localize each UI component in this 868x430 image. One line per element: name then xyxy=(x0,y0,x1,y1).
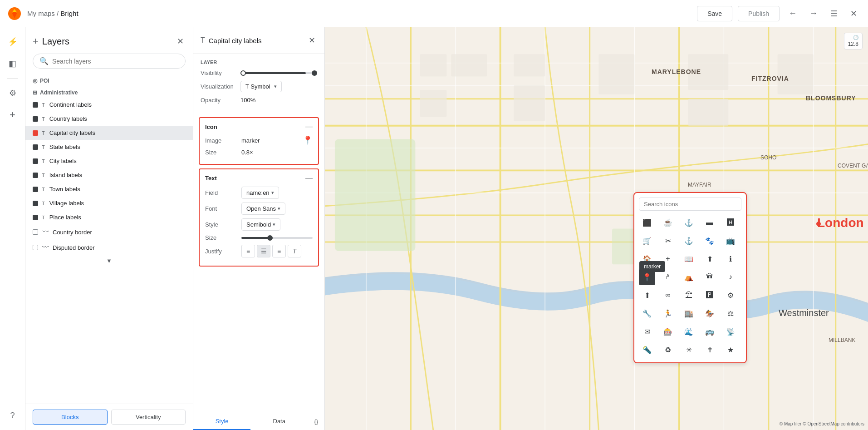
layers-panel-close-button[interactable]: ✕ xyxy=(175,35,186,48)
icon-item-37[interactable]: ✳ xyxy=(681,341,697,358)
layer-item-town-labels[interactable]: T Town labels xyxy=(25,182,193,196)
hamburger-menu-button[interactable]: ☰ xyxy=(827,5,841,22)
icon-section-title: Icon xyxy=(205,124,217,130)
icon-section-collapse-button[interactable]: — xyxy=(305,123,313,131)
icon-item-21[interactable]: ∞ xyxy=(660,287,676,303)
icon-item-1[interactable]: ☕ xyxy=(660,214,676,231)
icon-item-39[interactable]: ★ xyxy=(722,341,739,358)
properties-close-button[interactable]: ✕ xyxy=(307,34,317,47)
layer-item-country-border[interactable]: 〰 Country border xyxy=(25,224,193,240)
icon-item-31[interactable]: 🎰 xyxy=(660,323,676,340)
save-button[interactable]: Save xyxy=(697,6,732,21)
icon-item-34[interactable]: 📡 xyxy=(722,323,739,340)
icon-item-16[interactable]: 🕯 xyxy=(660,269,676,285)
icon-item-0[interactable]: ⬛ xyxy=(639,214,655,231)
justify-left-button[interactable]: ≡ xyxy=(241,245,255,257)
json-tab[interactable]: {} xyxy=(308,413,324,430)
layer-type-icon-capital: T xyxy=(42,130,45,136)
icon-item-27[interactable]: 🏬 xyxy=(681,305,697,321)
scroll-down-arrow[interactable]: ▼ xyxy=(25,255,193,266)
icon-item-4[interactable]: 🅰 xyxy=(722,214,739,231)
close-window-button[interactable]: ✕ xyxy=(847,5,861,22)
svg-rect-34 xyxy=(688,99,729,126)
search-input[interactable] xyxy=(52,58,179,65)
icon-item-18[interactable]: 🏛 xyxy=(701,269,718,285)
help-button[interactable]: ? xyxy=(4,406,22,425)
visualization-selector[interactable]: T Symbol ▾ xyxy=(240,81,282,92)
administrative-group-label: ⊞ Administrative xyxy=(25,86,193,98)
icon-item-23[interactable]: 🅿 xyxy=(701,287,718,303)
icon-item-38[interactable]: ✝ xyxy=(701,341,718,358)
icon-item-20[interactable]: ⬆ xyxy=(639,287,655,303)
layer-type-icon-city: T xyxy=(42,158,45,164)
icon-item-6[interactable]: ✂ xyxy=(660,232,676,249)
layers-panel-header: + Layers ✕ xyxy=(25,27,193,52)
add-layer-button[interactable]: + xyxy=(33,35,39,47)
icon-item-7[interactable]: ⚓ xyxy=(681,232,697,249)
icon-item-25[interactable]: 🔧 xyxy=(639,305,655,321)
icon-item-10[interactable]: 🏠 xyxy=(639,251,655,267)
icon-item-5[interactable]: 🛒 xyxy=(639,232,655,249)
style-tab[interactable]: Style xyxy=(193,413,250,430)
icon-item-12[interactable]: 📖 xyxy=(681,251,697,267)
layer-item-island-labels[interactable]: T Island labels xyxy=(25,168,193,182)
icon-item-8[interactable]: 🐾 xyxy=(701,232,718,249)
layer-item-disputed-border[interactable]: 〰 Disputed border xyxy=(25,240,193,255)
layer-item-village-labels[interactable]: T Village labels xyxy=(25,196,193,210)
layers-search-box[interactable]: 🔍 xyxy=(33,54,186,69)
text-style-arrow-icon: ▾ xyxy=(273,222,275,227)
icon-item-30[interactable]: ✉ xyxy=(639,323,655,340)
blocks-tab[interactable]: Blocks xyxy=(33,410,108,425)
forward-button[interactable]: → xyxy=(806,5,821,22)
icon-item-36[interactable]: ♻ xyxy=(660,341,676,358)
verticality-tab[interactable]: Verticality xyxy=(111,410,186,425)
back-button[interactable]: ← xyxy=(785,5,800,22)
icon-item-13[interactable]: ⬆ xyxy=(701,251,718,267)
icon-item-28[interactable]: 🏇 xyxy=(701,305,718,321)
icon-item-29[interactable]: ⚖ xyxy=(722,305,739,321)
icon-item-3[interactable]: ▬ xyxy=(701,214,718,231)
justify-center-button[interactable]: ☰ xyxy=(257,245,270,257)
add-plugin-button[interactable]: + xyxy=(4,106,22,124)
visibility-slider[interactable] xyxy=(240,72,317,74)
text-font-selector[interactable]: Open Sans ▾ xyxy=(241,203,285,215)
icon-item-26[interactable]: 🏃 xyxy=(660,305,676,321)
icon-item-11[interactable]: + xyxy=(660,251,676,267)
justify-right-button[interactable]: ≡ xyxy=(272,245,286,257)
text-size-slider[interactable] xyxy=(241,237,313,239)
icon-search-input[interactable] xyxy=(639,198,741,211)
layers-nav-button[interactable]: ◧ xyxy=(4,54,22,73)
icon-item-9[interactable]: 📺 xyxy=(722,232,739,249)
text-section-header: Text — xyxy=(205,174,313,182)
layer-item-state-labels[interactable]: T State labels xyxy=(25,140,193,154)
logo[interactable] xyxy=(7,6,22,21)
icon-item-22[interactable]: ⛱ xyxy=(681,287,697,303)
icon-item-14[interactable]: ℹ xyxy=(722,251,739,267)
icon-item-19[interactable]: ♪ xyxy=(722,269,739,285)
quick-actions-button[interactable]: ⚡ xyxy=(4,33,22,51)
icon-item-2[interactable]: ⚓ xyxy=(681,214,697,231)
icon-item-35[interactable]: 🔦 xyxy=(639,341,655,358)
icon-item-24[interactable]: ⚙ xyxy=(722,287,739,303)
layer-name-city: City labels xyxy=(49,158,186,164)
layer-item-place-labels[interactable]: T Place labels xyxy=(25,210,193,224)
icon-item-17[interactable]: ⛺ xyxy=(681,269,697,285)
icon-item-15-marker[interactable]: 📍 xyxy=(639,269,655,285)
publish-button[interactable]: Publish xyxy=(738,6,780,21)
layer-item-country-labels[interactable]: T Country labels xyxy=(25,112,193,126)
justify-text-button[interactable]: T xyxy=(288,245,301,257)
props-title-icon: T xyxy=(201,36,205,44)
style-button[interactable]: ⚙ xyxy=(4,84,22,102)
layer-item-capital-city-labels[interactable]: T Capital city labels xyxy=(25,126,193,140)
layer-item-city-labels[interactable]: T City labels xyxy=(25,154,193,168)
layer-dot-town xyxy=(33,187,38,192)
icon-item-33[interactable]: 🚌 xyxy=(701,323,718,340)
icon-pin-symbol[interactable]: 📍 xyxy=(303,135,313,145)
map-area[interactable]: MARYLEBONE FITZROVIA CLERKENWELL BLOOMSB… xyxy=(325,27,868,430)
text-style-selector[interactable]: Semibold ▾ xyxy=(241,218,280,231)
icon-item-32[interactable]: 🌊 xyxy=(681,323,697,340)
text-field-selector[interactable]: name:en ▾ xyxy=(241,187,279,199)
layer-item-continent-labels[interactable]: T Continent labels xyxy=(25,98,193,112)
data-tab[interactable]: Data xyxy=(250,413,308,430)
text-section-collapse-button[interactable]: — xyxy=(305,174,313,182)
